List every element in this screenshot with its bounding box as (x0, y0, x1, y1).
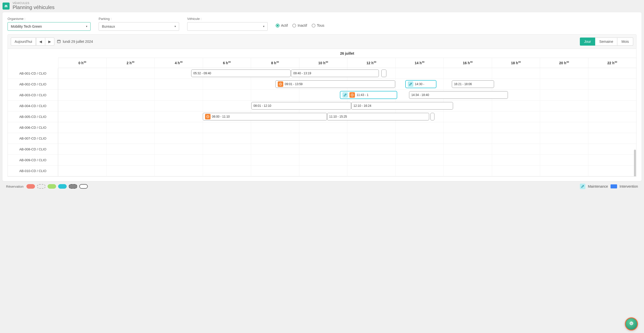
vehicle-row: AB-002-CD / CLIO09:01 - 13:5914:30 -16:2… (8, 79, 636, 90)
reservation-bar[interactable]: 11:43 - 1 (340, 91, 397, 99)
vehicle-row: AB-006-CD / CLIO (8, 122, 636, 133)
radio-actif[interactable]: Actif (276, 23, 288, 27)
reservation-bar[interactable]: 08:01 - 12:10 (251, 102, 351, 110)
parking-value: Bureaux (102, 24, 115, 28)
clock-icon (205, 114, 211, 119)
breadcrumb: VÉHICULES (13, 2, 55, 5)
svg-rect-0 (57, 40, 60, 43)
page-header: VÉHICULES Planning véhicules (3, 2, 641, 10)
clock-icon (278, 81, 283, 87)
radio-tous-label: Tous (317, 23, 325, 27)
calendar-icon (57, 39, 61, 44)
hour-cell: 8 h00 (251, 58, 299, 68)
vehicle-row: AB-004-CD / CLIO08:01 - 12:1012:10 - 16:… (8, 101, 636, 111)
reservation-bar[interactable]: 16:21 - 18:06 (452, 80, 494, 88)
reservation-bar[interactable] (430, 113, 434, 120)
wrench-icon (408, 81, 413, 87)
swatch-blue (611, 184, 617, 188)
vehicule-label: Véhicule : (187, 17, 268, 21)
reservation-bar[interactable]: 06:00 - 11:10 (203, 113, 327, 120)
reservation-bar[interactable]: 14:30 - (406, 80, 436, 88)
reservation-bar[interactable]: 09:01 - 13:59 (275, 80, 395, 88)
vehicle-label: AB-007-CD / CLIO (8, 133, 58, 144)
hour-cell: 10 h00 (299, 58, 347, 68)
swatch-white (79, 184, 88, 189)
bar-time: 08:01 - 12:10 (254, 104, 271, 108)
vehicle-row: AB-001-CD / CLIO05:32 - 09:4009:40 - 13:… (8, 68, 636, 79)
reservation-bar[interactable] (381, 70, 387, 77)
vehicle-label: AB-005-CD / CLIO (8, 111, 58, 122)
vehicule-select[interactable] (187, 22, 268, 31)
hour-cell: 2 h00 (106, 58, 155, 68)
schedule-grid: 26 juillet 0 h002 h004 h006 h008 h0010 h… (8, 49, 636, 177)
bar-time: 11:10 - 15:25 (329, 115, 347, 118)
radio-inactif[interactable]: Inactif (292, 23, 307, 27)
swatch-teal (58, 184, 67, 189)
vehicle-label: AB-001-CD / CLIO (8, 68, 58, 79)
vehicle-row: AB-007-CD / CLIO (8, 133, 636, 144)
vehicle-label: AB-010-CD / CLIO (8, 165, 58, 176)
vehicle-row: AB-005-CD / CLIO06:00 - 11:1011:10 - 15:… (8, 111, 636, 122)
bar-time: 06:00 - 11:10 (212, 115, 230, 118)
swatch-red (26, 184, 35, 189)
vehicle-row: AB-010-CD / CLIO (8, 165, 636, 176)
vehicle-label: AB-009-CD / CLIO (8, 155, 58, 165)
hours-header: 0 h002 h004 h006 h008 h0010 h0012 h0014 … (58, 58, 636, 68)
organisme-value: Mobility Tech Green (11, 24, 42, 28)
bar-time: 14:30 - (415, 82, 424, 86)
car-icon (3, 3, 10, 10)
swatch-dash-gray (37, 184, 46, 189)
hour-cell: 4 h00 (154, 58, 203, 68)
vehicle-label: AB-003-CD / CLIO (8, 90, 58, 100)
swatch-dark-dash (69, 184, 77, 189)
vehicle-label: AB-002-CD / CLIO (8, 79, 58, 89)
view-month[interactable]: Mois (617, 38, 633, 46)
organisme-select[interactable]: Mobility Tech Green (8, 22, 91, 31)
reservation-bar[interactable]: 05:32 - 09:40 (191, 70, 291, 77)
clock-icon (349, 92, 355, 98)
intervention-label: Intervention (620, 184, 638, 188)
scrollbar[interactable] (634, 150, 636, 177)
vehicle-row: AB-009-CD / CLIO (8, 155, 636, 165)
bar-time: 11:43 - 1 (356, 93, 368, 97)
maintenance-label: Maintenance (588, 184, 608, 188)
bar-time: 14:34 - 18:40 (411, 93, 429, 97)
radio-actif-label: Actif (281, 23, 288, 27)
radio-inactif-label: Inactif (298, 23, 307, 27)
today-button[interactable]: Aujourd'hui (11, 38, 36, 46)
next-button[interactable]: ▶ (45, 38, 54, 46)
parking-select[interactable]: Bureaux (99, 22, 179, 31)
view-day[interactable]: Jour (580, 38, 595, 46)
hour-cell: 16 h00 (444, 58, 492, 68)
hour-cell: 0 h00 (58, 58, 106, 68)
vehicle-label: AB-008-CD / CLIO (8, 144, 58, 154)
hour-cell: 14 h00 (395, 58, 444, 68)
wrench-icon (580, 184, 585, 189)
current-date: lundi 29 juillet 2024 (63, 40, 93, 44)
date-picker[interactable]: lundi 29 juillet 2024 (57, 39, 93, 44)
vehicle-label: AB-004-CD / CLIO (8, 101, 58, 111)
hour-cell: 12 h00 (347, 58, 395, 68)
hour-cell: 20 h00 (540, 58, 588, 68)
hour-cell: 18 h00 (492, 58, 540, 68)
vehicle-row: AB-008-CD / CLIO (8, 144, 636, 155)
wrench-icon (342, 92, 348, 98)
schedule-date: 26 juillet (58, 49, 636, 58)
reservation-bar[interactable]: 11:10 - 15:25 (327, 113, 429, 120)
view-week[interactable]: Semaine (595, 38, 617, 46)
reservation-bar[interactable]: 14:34 - 18:40 (409, 91, 508, 99)
bar-time: 09:40 - 13:19 (293, 72, 311, 75)
vehicle-row: AB-003-CD / CLIO11:43 - 114:34 - 18:40 (8, 90, 636, 101)
organisme-label: Organisme : (8, 17, 91, 21)
prev-button[interactable]: ◀ (36, 38, 45, 46)
reservation-bar[interactable]: 09:40 - 13:19 (291, 70, 379, 77)
hour-cell: 6 h00 (203, 58, 251, 68)
radio-tous[interactable]: Tous (312, 23, 325, 27)
reservation-bar[interactable]: 12:10 - 16:24 (351, 102, 453, 110)
bar-time: 09:01 - 13:59 (285, 82, 303, 86)
bar-time: 05:32 - 09:40 (193, 72, 211, 75)
hour-cell: 22 h00 (588, 58, 636, 68)
page-title: Planning véhicules (13, 5, 55, 10)
vehicle-label: AB-006-CD / CLIO (8, 122, 58, 133)
swatch-green (48, 184, 56, 189)
